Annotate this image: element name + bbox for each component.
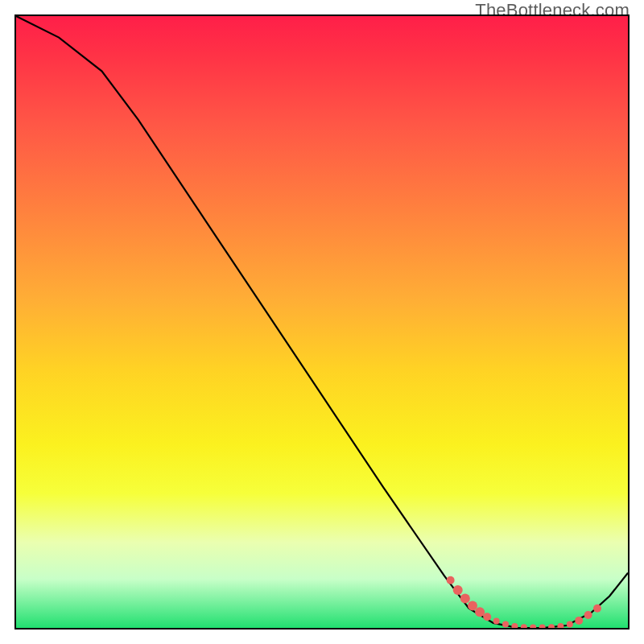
bottleneck-curve	[16, 16, 628, 628]
data-dot	[475, 607, 485, 617]
data-dot	[521, 624, 527, 628]
data-dot	[453, 585, 463, 595]
data-dot	[502, 621, 509, 627]
data-dot	[548, 624, 555, 628]
data-dot	[539, 625, 546, 628]
data-dot	[511, 623, 518, 628]
data-dot	[460, 594, 470, 604]
data-dot	[493, 618, 500, 625]
data-dot	[575, 617, 583, 625]
data-dot	[593, 605, 601, 613]
chart-stage: TheBottleneck.com	[0, 0, 644, 644]
data-dot	[584, 611, 592, 619]
plot-overlay	[16, 16, 628, 628]
dot-series	[447, 576, 601, 628]
data-dot	[557, 623, 564, 628]
data-dot	[483, 613, 491, 621]
data-dot	[530, 625, 536, 628]
data-dot	[447, 576, 455, 584]
data-dot	[567, 621, 573, 627]
plot-frame	[14, 14, 630, 630]
